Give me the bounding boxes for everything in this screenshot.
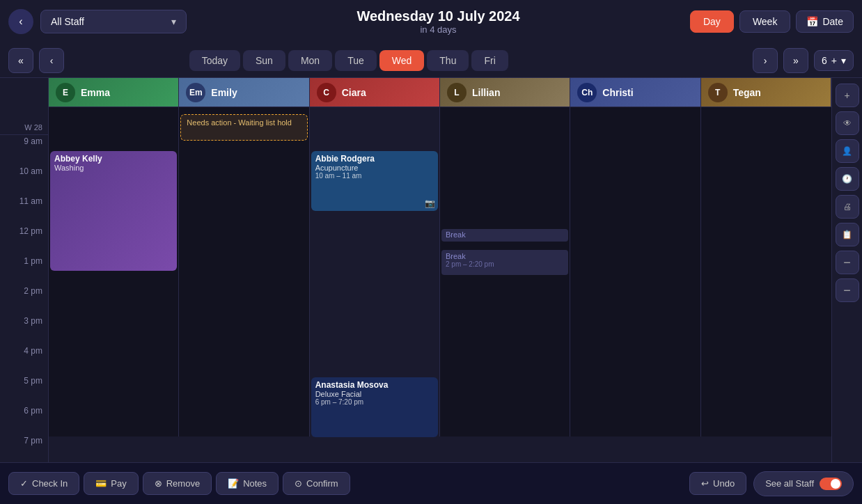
appt-anastasia-mosova[interactable]: Anastasia Mosova Deluxe Facial 6 pm – 7:… [311,377,438,437]
staff-header-tegan[interactable]: T Tegan [701,78,831,107]
staff-headers: E Emma Em Emily C Ciara L Lillian Ch Chr… [49,78,831,107]
time-slot-7pm: 7 pm [0,434,48,464]
break-card-1[interactable]: Break [441,229,568,242]
time-column: W 28 9 am 10 am 11 am 12 pm 1 pm 2 pm 3 … [0,78,49,462]
avatar-emma: E [56,83,75,102]
staff-name-tegan: Tegan [733,87,761,98]
prev-button[interactable]: ‹ [39,48,64,73]
time-slot-6pm: 6 pm [0,404,48,434]
pay-icon: 💳 [95,478,107,489]
col-emma[interactable]: Abbey Kelly Washing [49,107,179,436]
date-view-button[interactable]: 📅 Date [796,10,854,33]
day-view-button[interactable]: Day [690,10,734,33]
bottom-actions: ✓ Check In 💳 Pay ⊗ Remove 📝 Notes ⊙ Conf… [8,472,350,495]
undo-icon: ↩ [701,478,709,489]
time-slot-11am: 11 am [0,195,48,225]
col-lillian[interactable]: Break Break 2 pm – 2:20 pm [440,107,570,436]
time-slot-3pm: 3 pm [0,315,48,345]
appt-time: 6 pm – 7:20 pm [315,398,434,406]
plus-icon: + [831,55,837,66]
staff-header-lillian[interactable]: L Lillian [440,78,570,107]
col-christi[interactable] [570,107,700,436]
clipboard-tool-button[interactable]: 📋 [836,223,859,246]
col-tegan[interactable] [701,107,831,436]
avatar-christi: Ch [577,83,597,102]
avatar-lillian: L [447,83,467,102]
break-card-2[interactable]: Break 2 pm – 2:20 pm [441,250,568,275]
remove-icon: ⊗ [155,478,162,489]
nav-toggle-button[interactable]: ‹ [8,9,33,34]
week-view-button[interactable]: Week [739,10,791,33]
appt-abbie-rodgera[interactable]: Abbie Rodgera Acupuncture 10 am – 11 am … [311,151,438,211]
next-next-button[interactable]: » [783,48,808,73]
prev-prev-button[interactable]: « [8,48,33,73]
avatar-tegan: T [708,83,728,102]
time-slot-10am: 10 am [0,165,48,195]
wed-pill[interactable]: Wed [379,50,425,71]
appt-name: Abbey Kelly [54,154,173,164]
staff-header-emma[interactable]: E Emma [49,78,179,107]
zoom-out-button-1[interactable]: − [836,251,859,274]
appointments-scroll[interactable]: Abbey Kelly Washing Needs action - Waiti… [49,107,831,462]
check-in-button[interactable]: ✓ Check In [8,472,79,495]
eye-tool-button[interactable]: 👁 [836,111,859,135]
staff-name-ciara: Ciara [342,87,366,98]
count-selector[interactable]: 6 + ▾ [814,50,854,71]
clock-tool-button[interactable]: 🕐 [836,167,859,191]
time-slot-5pm: 5 pm [0,375,48,404]
staff-grid: E Emma Em Emily C Ciara L Lillian Ch Chr… [49,78,831,462]
mon-pill[interactable]: Mon [288,50,332,71]
appt-abbey-kelly[interactable]: Abbey Kelly Washing [50,151,177,271]
top-bar-right: Day Week 📅 Date [690,10,854,33]
col-ciara[interactable]: Abbie Rodgera Acupuncture 10 am – 11 am … [310,107,440,436]
staff-dropdown-label: All Staff [51,16,84,27]
bottom-right: ↩ Undo See all Staff [689,471,854,496]
week-label: W 28 [24,123,42,132]
camera-icon: 📷 [425,198,435,208]
person-tool-button[interactable]: 👤 [836,139,859,163]
confirm-button[interactable]: ⊙ Confirm [283,472,350,495]
staff-header-christi[interactable]: Ch Christi [570,78,700,107]
col-emily[interactable]: Needs action - Waiting list hold [179,107,309,436]
date-title: Wednesday 10 July 2024 [356,8,519,24]
notes-button[interactable]: 📝 Notes [216,472,279,495]
undo-button[interactable]: ↩ Undo [689,472,746,495]
calendar-icon: 📅 [806,16,818,27]
remove-button[interactable]: ⊗ Remove [143,472,212,495]
toggle-switch[interactable] [820,478,842,490]
next-button[interactable]: › [753,48,778,73]
see-all-staff-button[interactable]: See all Staff [753,471,854,496]
appt-name: Abbie Rodgera [315,154,434,164]
tue-pill[interactable]: Tue [335,50,377,71]
staff-dropdown[interactable]: All Staff ▾ [40,10,187,33]
avatar-ciara: C [317,83,336,102]
top-bar-left: ‹ All Staff ▾ [8,9,187,34]
pay-button[interactable]: 💳 Pay [84,472,138,495]
chevron-count-icon: ▾ [841,55,846,66]
zoom-out-button-2[interactable]: − [836,278,859,302]
staff-header-ciara[interactable]: C Ciara [310,78,440,107]
add-tool-button[interactable]: + [836,84,859,107]
time-slot-1pm: 1 pm [0,255,48,285]
print-tool-button[interactable]: 🖨 [836,195,859,219]
right-tools: + 👁 👤 🕐 🖨 📋 − − [831,78,862,462]
sun-pill[interactable]: Sun [243,50,285,71]
check-in-icon: ✓ [20,478,28,489]
fri-pill[interactable]: Fri [471,50,508,71]
today-pill[interactable]: Today [189,50,240,71]
time-slot-2pm: 2 pm [0,285,48,315]
staff-header-emily[interactable]: Em Emily [179,78,309,107]
appt-service: Acupuncture [315,164,434,172]
staff-name-lillian: Lillian [472,87,500,98]
waiting-list-card[interactable]: Needs action - Waiting list hold [180,114,307,141]
staff-name-christi: Christi [602,87,633,98]
bottom-bar: ✓ Check In 💳 Pay ⊗ Remove 📝 Notes ⊙ Conf… [0,462,862,504]
cal-nav-right: › » 6 + ▾ [753,48,854,73]
toggle-knob [831,479,840,489]
top-bar-center: Wednesday 10 July 2024 in 4 days [356,8,519,35]
calendar-nav: « ‹ Today Sun Mon Tue Wed Thu Fri › » 6 … [0,43,862,78]
confirm-icon: ⊙ [295,478,302,489]
appt-time: 10 am – 11 am [315,172,434,180]
appt-service: Washing [54,164,173,172]
thu-pill[interactable]: Thu [427,50,469,71]
